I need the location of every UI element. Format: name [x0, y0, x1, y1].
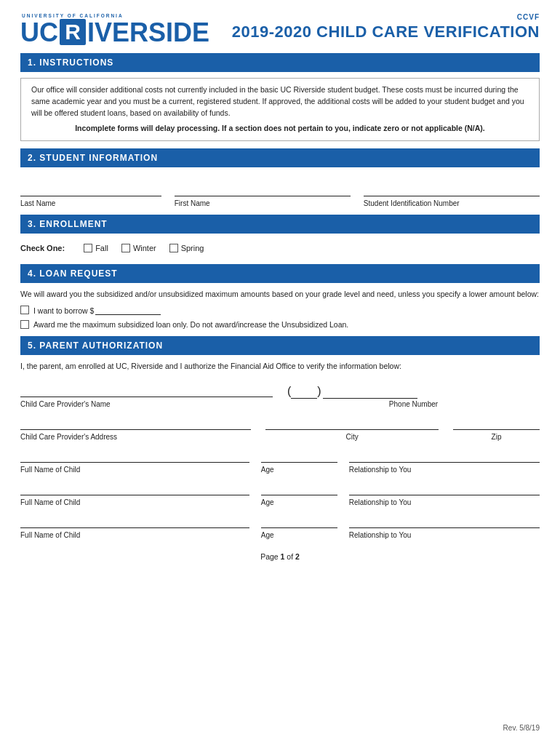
child1-rel-field: Relationship to You [349, 451, 540, 474]
child1-name-field: Full Name of Child [20, 451, 249, 474]
iverside-text: IVERSIDE [87, 20, 209, 46]
provider-name-label: Child Care Provider's Name [20, 400, 273, 408]
last-name-line [20, 185, 161, 196]
child2-age-line [261, 484, 337, 495]
child3-name-line [20, 517, 249, 528]
first-name-label: First Name [175, 199, 351, 207]
check-fall[interactable]: Fall [84, 244, 108, 252]
page-total: 2 [295, 552, 300, 561]
student-info-section: Last Name First Name Student Identificat… [20, 185, 540, 207]
child3-age-field: Age [261, 517, 337, 539]
child2-name-line [20, 484, 249, 495]
child3-age-line [261, 517, 337, 528]
auth-section: I, the parent, am enrolled at UC, Rivers… [20, 361, 540, 539]
student-info-header: 2. STUDENT INFORMATION [20, 148, 540, 167]
child3-name-field: Full Name of Child [20, 517, 249, 539]
zip-line [453, 418, 540, 430]
instructions-bold: Incomplete forms will delay processing. … [31, 123, 529, 135]
last-name-label: Last Name [20, 199, 161, 207]
winter-label: Winter [133, 244, 156, 252]
spring-label: Spring [181, 244, 204, 252]
provider-name-field: Child Care Provider's Name [20, 386, 273, 408]
phone-field: ( ) Phone Number [287, 386, 540, 408]
auth-description: I, the parent, am enrolled at UC, Rivers… [20, 361, 540, 372]
child2-rel-label: Relationship to You [349, 498, 540, 506]
loan-max-label: Award me the maximum subsidized loan onl… [33, 320, 348, 329]
first-name-field: First Name [175, 185, 351, 207]
first-name-line [175, 185, 351, 196]
loan-request-header: 4. LOAN REQUEST [20, 264, 540, 283]
student-form-row: Last Name First Name Student Identificat… [20, 185, 540, 207]
child2-age-label: Age [261, 498, 337, 506]
child2-name-field: Full Name of Child [20, 484, 249, 506]
loan-borrow-label: I want to borrow $ [33, 305, 161, 315]
sid-label: Student Identification Number [364, 199, 540, 207]
spring-checkbox[interactable] [169, 244, 178, 252]
child3-rel-line [349, 517, 540, 528]
title-area: CCVF 2019-2020 CHILD CARE VERIFICATION [232, 13, 540, 41]
check-spring[interactable]: Spring [169, 244, 204, 252]
child2-rel-field: Relationship to You [349, 484, 540, 506]
loan-option-1[interactable]: I want to borrow $ [20, 305, 540, 315]
page-footer: Page 1 of 2 [20, 552, 540, 561]
loan-amount-blank[interactable] [95, 305, 161, 315]
rev-note: Rev. 5/8/19 [503, 724, 540, 732]
ccvf-label: CCVF [232, 13, 540, 21]
parent-auth-header: 5. PARENT AUTHORIZATION [20, 336, 540, 355]
loan-borrow-checkbox[interactable] [20, 306, 29, 314]
child2-name-label: Full Name of Child [20, 498, 249, 506]
loan-description: We will award you the subsidized and/or … [20, 289, 540, 300]
loan-max-checkbox[interactable] [20, 320, 29, 329]
child-row-2: Full Name of Child Age Relationship to Y… [20, 484, 540, 506]
winter-checkbox[interactable] [121, 244, 130, 252]
instructions-body: Our office will consider additional cost… [31, 84, 529, 119]
zip-label: Zip [453, 433, 540, 441]
child-row-3: Full Name of Child Age Relationship to Y… [20, 517, 540, 539]
instructions-box: Our office will consider additional cost… [20, 78, 540, 141]
city-field: City [265, 418, 439, 441]
provider-addr-line [20, 418, 251, 430]
provider-addr-row: Child Care Provider's Address City Zip [20, 418, 540, 441]
check-winter[interactable]: Winter [121, 244, 156, 252]
header: UNIVERSITY OF CALIFORNIA UC R IVERSIDE C… [20, 13, 540, 46]
child3-rel-field: Relationship to You [349, 517, 540, 539]
provider-addr-label: Child Care Provider's Address [20, 433, 251, 441]
ucr-logo: UC R IVERSIDE [20, 19, 209, 46]
child-row-1: Full Name of Child Age Relationship to Y… [20, 451, 540, 474]
r-icon-block: R [60, 19, 86, 45]
fall-checkbox[interactable] [84, 244, 92, 252]
child1-name-label: Full Name of Child [20, 466, 249, 474]
check-one-label: Check One: [20, 244, 65, 252]
instructions-header: 1. INSTRUCTIONS [20, 53, 540, 72]
fall-label: Fall [95, 244, 108, 252]
last-name-field: Last Name [20, 185, 161, 207]
main-title: 2019-2020 CHILD CARE VERIFICATION [232, 23, 540, 41]
close-paren: ) [317, 386, 321, 399]
provider-name-phone-row: Child Care Provider's Name ( ) Phone Num… [20, 386, 540, 408]
loan-option-2[interactable]: Award me the maximum subsidized loan onl… [20, 320, 540, 329]
child1-name-line [20, 451, 249, 463]
provider-addr-field: Child Care Provider's Address [20, 418, 251, 441]
child3-rel-label: Relationship to You [349, 531, 540, 539]
phone-area-blank [291, 387, 317, 399]
city-label: City [265, 433, 439, 441]
sid-field: Student Identification Number [364, 185, 540, 207]
page-text: Page 1 of 2 [260, 552, 300, 561]
city-line [265, 418, 439, 430]
child1-rel-line [349, 451, 540, 463]
check-row: Check One: Fall Winter Spring [20, 239, 540, 257]
child1-rel-label: Relationship to You [349, 466, 540, 474]
provider-name-line [20, 386, 273, 397]
sid-line [364, 185, 540, 196]
phone-label: Phone Number [287, 400, 540, 408]
child1-age-field: Age [261, 451, 337, 474]
page-current: 1 [281, 552, 285, 561]
enrollment-header: 3. ENROLLMENT [20, 215, 540, 234]
logo-area: UNIVERSITY OF CALIFORNIA UC R IVERSIDE [20, 13, 209, 46]
zip-field: Zip [453, 418, 540, 441]
child3-age-label: Age [261, 531, 337, 539]
enrollment-section: Check One: Fall Winter Spring [20, 239, 540, 257]
loan-section: We will award you the subsidized and/or … [20, 289, 540, 329]
phone-number-blank [323, 387, 417, 399]
child1-age-label: Age [261, 466, 337, 474]
